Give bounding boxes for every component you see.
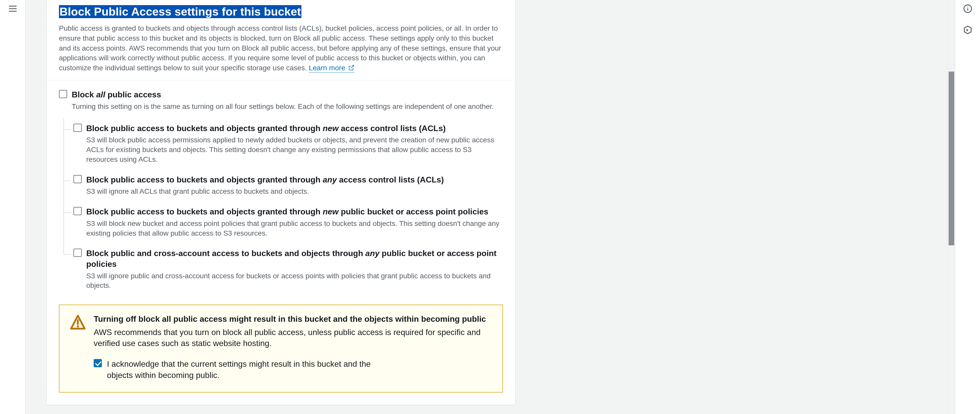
- external-link-icon: [348, 65, 355, 71]
- child-hint: S3 will block public access permissions …: [86, 135, 502, 164]
- child-label: Block public access to buckets and objec…: [86, 206, 503, 217]
- block-all-checkbox[interactable]: [59, 90, 67, 98]
- child-label: Block public access to buckets and objec…: [86, 123, 503, 134]
- child-hint: S3 will block new bucket and access poin…: [86, 219, 502, 238]
- info-icon[interactable]: [955, 3, 980, 14]
- child-checkbox-new-acls[interactable]: [73, 124, 82, 132]
- panel-description: Public access is granted to buckets and …: [59, 24, 503, 73]
- right-rail: [955, 0, 980, 414]
- child-option-new-policies: Block public access to buckets and objec…: [64, 201, 503, 243]
- block-children: Block public access to buckets and objec…: [64, 118, 503, 296]
- alert-title: Turning off block all public access migh…: [94, 314, 492, 324]
- public-access-warning: Turning off block all public access migh…: [59, 305, 503, 393]
- child-hint: S3 will ignore public and cross-account …: [86, 271, 502, 291]
- learn-more-link[interactable]: Learn more: [309, 64, 355, 73]
- child-option-new-acls: Block public access to buckets and objec…: [64, 118, 503, 169]
- panel-description-text: Public access is granted to buckets and …: [59, 24, 501, 72]
- warning-icon: [70, 314, 86, 331]
- child-label: Block public and cross-account access to…: [86, 248, 503, 269]
- child-hint: S3 will ignore all ACLs that grant publi…: [86, 187, 502, 196]
- child-checkbox-any-acls[interactable]: [73, 175, 82, 183]
- panel-title: Block Public Access settings for this bu…: [59, 5, 301, 18]
- hamburger-icon[interactable]: [8, 11, 18, 14]
- acknowledge-checkbox[interactable]: [94, 359, 102, 367]
- panel-body: Block all public access Turning this set…: [47, 80, 515, 404]
- child-label: Block public access to buckets and objec…: [86, 174, 503, 185]
- acknowledge-label: I acknowledge that the current settings …: [107, 358, 383, 380]
- child-checkbox-any-policies[interactable]: [73, 249, 82, 257]
- child-option-any-policies: Block public and cross-account access to…: [64, 243, 503, 296]
- svg-point-4: [77, 326, 79, 328]
- alert-text: AWS recommends that you turn on block al…: [94, 327, 487, 349]
- block-all-option: Block all public access Turning this set…: [59, 90, 503, 296]
- block-all-label: Block all public access: [72, 90, 503, 100]
- block-public-access-panel: Block Public Access settings for this bu…: [46, 0, 515, 405]
- child-checkbox-new-policies[interactable]: [73, 207, 82, 215]
- scrollbar-track[interactable]: [947, 0, 955, 414]
- learn-more-label: Learn more: [309, 64, 345, 72]
- scrollbar-thumb[interactable]: [948, 72, 954, 245]
- child-option-any-acls: Block public access to buckets and objec…: [64, 169, 503, 201]
- left-rail: [0, 0, 25, 414]
- block-all-hint: Turning this setting on is the same as t…: [72, 102, 503, 112]
- acknowledge-row: I acknowledge that the current settings …: [94, 358, 492, 380]
- panel-header: Block Public Access settings for this bu…: [47, 0, 515, 80]
- cloudshell-icon[interactable]: [955, 25, 980, 36]
- main-content: Block Public Access settings for this bu…: [25, 0, 947, 414]
- svg-point-7: [967, 6, 968, 7]
